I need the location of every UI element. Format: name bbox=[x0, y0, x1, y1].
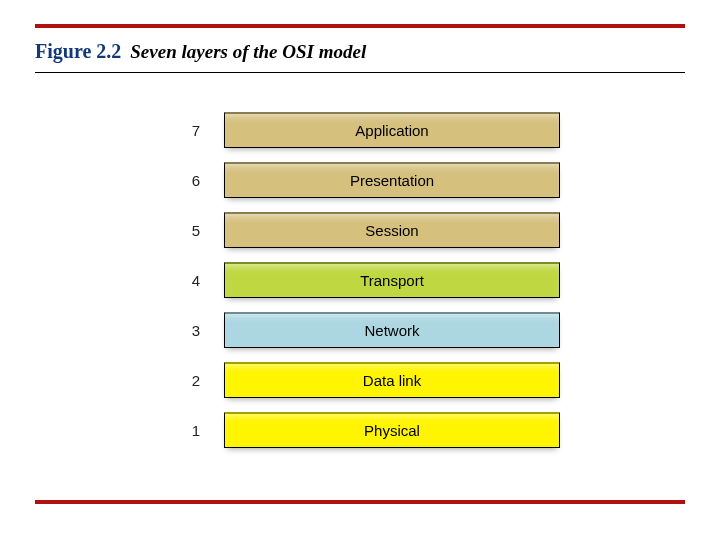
layer-number: 1 bbox=[160, 412, 224, 448]
layer-row: 5 Session bbox=[160, 212, 560, 248]
heading-underline bbox=[35, 72, 685, 73]
layer-row: 1 Physical bbox=[160, 412, 560, 448]
layer-bar-presentation: Presentation bbox=[224, 162, 560, 198]
layer-row: 7 Application bbox=[160, 112, 560, 148]
layer-bar-datalink: Data link bbox=[224, 362, 560, 398]
layer-bar-physical: Physical bbox=[224, 412, 560, 448]
layer-number: 3 bbox=[160, 312, 224, 348]
slide: Figure 2.2 Seven layers of the OSI model… bbox=[0, 0, 720, 540]
layer-row: 6 Presentation bbox=[160, 162, 560, 198]
figure-title: Seven layers of the OSI model bbox=[130, 41, 366, 62]
top-rule bbox=[35, 24, 685, 28]
layer-number: 2 bbox=[160, 362, 224, 398]
figure-heading: Figure 2.2 Seven layers of the OSI model bbox=[35, 40, 366, 63]
layer-number: 7 bbox=[160, 112, 224, 148]
layer-bar-network: Network bbox=[224, 312, 560, 348]
layer-row: 2 Data link bbox=[160, 362, 560, 398]
layer-row: 4 Transport bbox=[160, 262, 560, 298]
bottom-rule bbox=[35, 500, 685, 504]
layer-bar-session: Session bbox=[224, 212, 560, 248]
figure-label: Figure 2.2 bbox=[35, 40, 121, 62]
osi-layer-stack: 7 Application 6 Presentation 5 Session 4… bbox=[160, 112, 560, 462]
layer-row: 3 Network bbox=[160, 312, 560, 348]
layer-bar-application: Application bbox=[224, 112, 560, 148]
layer-bar-transport: Transport bbox=[224, 262, 560, 298]
layer-number: 5 bbox=[160, 212, 224, 248]
layer-number: 6 bbox=[160, 162, 224, 198]
layer-number: 4 bbox=[160, 262, 224, 298]
